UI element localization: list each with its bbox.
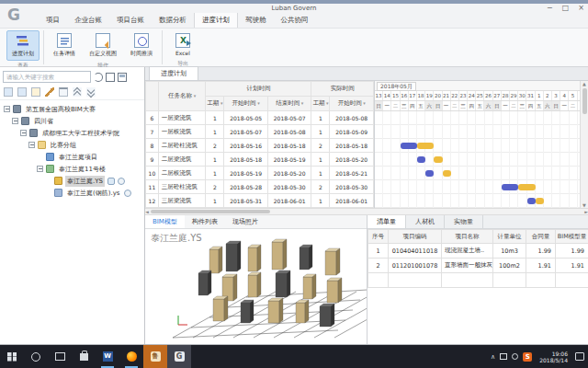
- task-table-header[interactable]: 工期 ▾: [311, 97, 330, 111]
- taskview-taskbar-button[interactable]: [48, 345, 72, 368]
- quantity-header[interactable]: 项目编码: [389, 230, 442, 244]
- collapse-icon[interactable]: [28, 142, 35, 148]
- quantity-header[interactable]: 合同量: [526, 230, 556, 244]
- maximize-button[interactable]: □: [562, 4, 570, 13]
- tray-clock[interactable]: 19:06 2018/5/14: [537, 351, 571, 363]
- quantity-header[interactable]: BIM模型量: [556, 230, 588, 244]
- task-table-header[interactable]: 开始时间 ▾: [224, 97, 268, 111]
- sort-icon[interactable]: ▾: [362, 100, 366, 106]
- task-table-header[interactable]: 结束时间 ▾: [267, 97, 311, 111]
- bim-tab-2[interactable]: 现场照片: [225, 215, 266, 228]
- vertical-scrollbar[interactable]: ▲ ▼: [580, 81, 588, 208]
- gantt-bar-actual[interactable]: [417, 143, 434, 149]
- custom-view-button[interactable]: 自定义视图: [86, 30, 119, 61]
- gantt-bar-actual[interactable]: [443, 170, 451, 177]
- add-node-icon[interactable]: [4, 87, 13, 97]
- sort-icon[interactable]: ▾: [324, 100, 328, 106]
- close-button[interactable]: ×: [578, 4, 584, 13]
- word-taskbar-button[interactable]: W: [96, 345, 119, 368]
- delete-icon[interactable]: [59, 87, 68, 97]
- task-table-header[interactable]: 实际时间: [311, 82, 374, 97]
- quantity-header[interactable]: 序号: [368, 230, 389, 244]
- gantt-bar-plan[interactable]: [502, 184, 518, 190]
- collapse-icon[interactable]: [4, 106, 10, 112]
- quantity-row[interactable]: 1010404011018现浇混凝土墙..10m31.991.99: [368, 244, 588, 259]
- notification-icon[interactable]: [575, 352, 584, 361]
- sort-icon[interactable]: ▾: [219, 100, 222, 106]
- search-taskbar-button[interactable]: [24, 345, 48, 368]
- govern-taskbar-button[interactable]: G: [167, 345, 191, 368]
- quantity-header[interactable]: 计量单位: [493, 230, 526, 244]
- task-row[interactable]: 6一层梁浇筑12018-05-052018-05-0712018-05-08: [146, 111, 374, 125]
- task-table-header[interactable]: 任务名称 ▾: [158, 82, 206, 111]
- minimize-button[interactable]: −: [547, 4, 553, 13]
- task-detail-button[interactable]: 任务详情: [48, 30, 81, 61]
- expand-all-icon[interactable]: [86, 87, 96, 97]
- store-taskbar-button[interactable]: [72, 345, 96, 368]
- excel-button[interactable]: Excel: [166, 30, 199, 59]
- ribbon-tab-5[interactable]: 驾驶舱: [238, 13, 274, 28]
- tree-item[interactable]: 四川省: [0, 115, 144, 127]
- quantity-row[interactable]: 2011201001078直形墙面一般抹灰..100m21.911.91: [368, 259, 588, 273]
- tree-item[interactable]: 泰江兰庭11号楼: [0, 163, 144, 175]
- copy-node-icon[interactable]: [31, 87, 40, 97]
- bim-tab-0[interactable]: BIM模型: [145, 215, 185, 228]
- sort-icon[interactable]: ▾: [192, 93, 196, 98]
- scrollbar-thumb[interactable]: [582, 88, 587, 114]
- ribbon-tab-3[interactable]: 数据分析: [152, 13, 194, 28]
- app-logo-icon[interactable]: G: [7, 3, 20, 27]
- task-table-header[interactable]: 开始时间 ▾: [330, 97, 374, 111]
- start-taskbar-button[interactable]: [0, 345, 24, 368]
- collapse-all-icon[interactable]: [73, 87, 82, 97]
- task-row[interactable]: 11三层砼柱浇筑22018-05-282018-05-3022018-05-30: [146, 180, 374, 194]
- edit-node-icon[interactable]: [17, 87, 27, 97]
- tree-item[interactable]: 泰江兰庭.YS: [0, 175, 144, 187]
- firefox-taskbar-button[interactable]: [119, 345, 143, 368]
- gantt-bar-plan[interactable]: [527, 198, 536, 204]
- scroll-right-icon[interactable]: ►: [584, 209, 588, 214]
- horizontal-scrollbar[interactable]: ◄ ►: [145, 208, 588, 215]
- time-button[interactable]: 时间推演: [125, 30, 158, 61]
- task-row[interactable]: 9二层梁浇筑12018-05-182018-05-1912018-05-20: [146, 153, 374, 167]
- search-input[interactable]: [3, 71, 91, 83]
- quantity-tab-0[interactable]: 清单量: [368, 215, 406, 228]
- quantity-tab-1[interactable]: 人材机: [406, 215, 445, 228]
- quantity-header[interactable]: 项目名称: [442, 230, 493, 244]
- cascade-icon[interactable]: [106, 73, 115, 82]
- sort-icon[interactable]: ▾: [256, 100, 260, 106]
- refresh-icon[interactable]: [94, 73, 103, 82]
- task-row[interactable]: 10二层板浇筑12018-05-192018-05-2012018-05-21: [146, 167, 374, 180]
- quantity-tab-2[interactable]: 实物量: [445, 215, 483, 228]
- ribbon-tab-4[interactable]: 进度计划: [194, 12, 238, 28]
- task-row[interactable]: 8二层砼柱浇筑22018-05-162018-05-1822018-05-18: [146, 139, 374, 153]
- ribbon-tab-0[interactable]: 项目: [39, 13, 67, 28]
- gantt-bar-actual[interactable]: [434, 156, 442, 163]
- gantt-button[interactable]: 进度计划: [6, 30, 40, 61]
- ribbon-tab-6[interactable]: 公共协同: [274, 13, 316, 28]
- sort-icon[interactable]: ▾: [300, 100, 303, 106]
- scroll-up-icon[interactable]: ▲: [582, 81, 586, 86]
- ribbon-tab-2[interactable]: 项目台账: [109, 13, 152, 28]
- collapse-icon[interactable]: [12, 118, 18, 124]
- tray-chevron-icon[interactable]: ∧: [491, 353, 495, 361]
- input-method-icon[interactable]: S: [523, 352, 532, 362]
- task-row[interactable]: 12三层梁浇筑12018-05-312018-06-0112018-06-01: [146, 194, 374, 208]
- tree-item[interactable]: 泰江兰庭(钢筋).ys: [0, 187, 144, 199]
- tree-item[interactable]: 泰江兰庭项目: [0, 151, 144, 163]
- bim-tab-1[interactable]: 构件列表: [185, 215, 225, 228]
- tree-item[interactable]: 成都理工大学工程技术学院: [0, 127, 144, 139]
- scroll-left-icon[interactable]: ◄: [145, 209, 149, 214]
- volume-icon[interactable]: [512, 353, 518, 360]
- gantt-bar-actual[interactable]: [518, 184, 535, 190]
- gantt-bar-actual[interactable]: [536, 198, 544, 204]
- luban-taskbar-button[interactable]: 鲁: [143, 345, 167, 368]
- tree-item[interactable]: 第五届全国高校BIM大赛: [0, 103, 144, 115]
- task-table-header[interactable]: [146, 82, 159, 111]
- scrollbar-thumb[interactable]: [151, 210, 270, 213]
- rename-icon[interactable]: [45, 87, 54, 97]
- bim-3d-view[interactable]: 泰江兰庭.YS: [145, 229, 367, 344]
- network-icon[interactable]: [500, 353, 507, 360]
- gantt-bar-plan[interactable]: [417, 156, 425, 163]
- tree-item[interactable]: 比赛分组: [0, 139, 144, 151]
- gantt-bar-plan[interactable]: [425, 170, 434, 177]
